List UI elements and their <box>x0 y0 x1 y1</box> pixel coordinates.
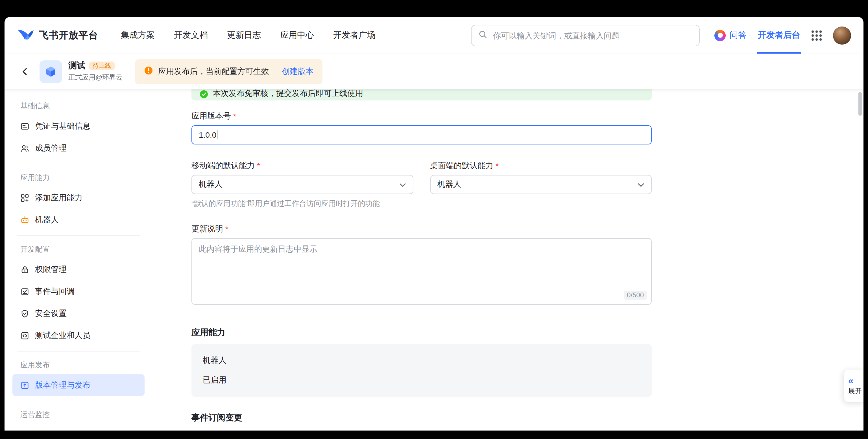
version-label: 应用版本号 * <box>191 111 652 122</box>
nav-item-changelog[interactable]: 更新日志 <box>227 30 261 41</box>
mobile-capability-field: 移动端的默认能力 * 机器人 <box>191 160 413 194</box>
mobile-capability-label-text: 移动端的默认能力 <box>191 161 255 171</box>
nav-item-dev-plaza[interactable]: 开发者广场 <box>333 30 376 41</box>
main-content: 本次发布免审核，提交发布后即可上线使用 应用版本号 * 1.0.0 移动端的默 <box>149 89 864 431</box>
desktop-capability-field: 桌面端的默认能力 * 机器人 <box>430 160 652 194</box>
update-notes-field: 0/500 <box>191 238 652 305</box>
section-label: 应用发布 <box>12 356 145 374</box>
tab-developer-console[interactable]: 开发者后台 <box>758 17 800 54</box>
update-notes-label-text: 更新说明 <box>191 224 223 234</box>
chevron-down-icon <box>399 180 406 189</box>
desktop-capability-label: 桌面端的默认能力 * <box>430 160 652 172</box>
qa-button[interactable]: 问答 <box>714 30 747 41</box>
publish-notice-banner: 应用发布后，当前配置方可生效 创建版本 <box>135 59 322 84</box>
sidebar-item-version-release[interactable]: 版本管理与发布 <box>12 374 145 396</box>
desktop-capability-select[interactable]: 机器人 <box>430 175 652 194</box>
back-button[interactable] <box>17 64 33 79</box>
header-actions: 问答 开发者后台 <box>714 17 851 54</box>
sidebar-item-credentials[interactable]: 凭证与基础信息 <box>12 115 145 137</box>
desktop-capability-value: 机器人 <box>437 179 461 190</box>
sidebar-section-basic: 基础信息 凭证与基础信息 <box>12 97 145 159</box>
sidebar: 基础信息 凭证与基础信息 <box>4 89 149 431</box>
required-mark: * <box>257 161 260 170</box>
required-mark: * <box>496 161 499 170</box>
search-icon <box>478 30 487 41</box>
apps-grid-icon[interactable] <box>811 30 822 40</box>
capability-hint: “默认的应用功能”即用户通过工作台访问应用时打开的功能 <box>191 199 652 209</box>
update-notes-textarea[interactable] <box>192 239 651 304</box>
browser-window: 飞书开放平台 集成方案 开发文档 更新日志 应用中心 开发者广场 <box>4 17 864 431</box>
app-header-bar: 测试 待上线 正式应用@环界云 应用发布后，当前配置方可生效 创建版本 <box>4 54 864 89</box>
code-brackets-icon <box>20 331 29 340</box>
warning-icon <box>144 66 153 77</box>
app-info: 测试 待上线 正式应用@环界云 <box>68 60 123 82</box>
required-mark: * <box>225 225 228 234</box>
sidebar-item-add-capability[interactable]: 添加应用能力 <box>12 187 145 209</box>
search-input[interactable] <box>492 30 692 40</box>
nav-item-app-center[interactable]: 应用中心 <box>280 30 314 41</box>
feishu-logo-icon <box>17 27 34 44</box>
section-label: 开发配置 <box>12 240 145 259</box>
scrollbar-thumb[interactable] <box>859 92 862 116</box>
sidebar-item-label: 机器人 <box>35 215 59 225</box>
avatar[interactable] <box>833 26 851 44</box>
version-input[interactable]: 1.0.0 <box>191 125 652 144</box>
mobile-capability-value: 机器人 <box>199 179 222 190</box>
nav-item-docs[interactable]: 开发文档 <box>174 30 208 41</box>
sidebar-divider <box>17 401 140 401</box>
add-capability-icon <box>20 193 29 202</box>
sidebar-item-label: 安全设置 <box>35 308 67 318</box>
update-notes-label: 更新说明 * <box>191 224 652 235</box>
mobile-capability-label: 移动端的默认能力 * <box>191 160 413 172</box>
permission-lock-icon <box>20 265 29 274</box>
brand-title: 飞书开放平台 <box>39 29 98 42</box>
sidebar-item-events[interactable]: 事件与回调 <box>12 280 145 302</box>
mobile-capability-select[interactable]: 机器人 <box>191 175 413 194</box>
sidebar-item-bot[interactable]: 机器人 <box>12 209 145 231</box>
sidebar-divider <box>17 351 140 351</box>
version-form: 本次发布免审核，提交发布后即可上线使用 应用版本号 * 1.0.0 移动端的默 <box>191 89 652 431</box>
sidebar-item-label: 事件与回调 <box>35 286 74 297</box>
sidebar-item-members[interactable]: 成员管理 <box>12 137 145 159</box>
sidebar-item-label: 测试企业和人员 <box>35 330 90 341</box>
bot-icon <box>20 215 29 224</box>
sidebar-item-security[interactable]: 安全设置 <box>12 302 145 325</box>
capability-name: 机器人 <box>203 356 641 366</box>
expand-label: 展开 <box>848 386 862 396</box>
brand[interactable]: 飞书开放平台 <box>17 27 98 44</box>
sidebar-section-release: 应用发布 版本管理与发布 <box>12 356 145 396</box>
qa-icon <box>714 30 726 41</box>
global-search[interactable] <box>471 25 700 46</box>
nav-item-integrations[interactable]: 集成方案 <box>121 30 155 41</box>
status-badge: 待上线 <box>89 62 115 70</box>
members-icon <box>20 144 29 153</box>
app-subtitle: 正式应用@环界云 <box>68 73 123 82</box>
sidebar-item-label: 凭证与基础信息 <box>35 121 90 131</box>
chevron-down-icon <box>638 180 644 189</box>
sidebar-item-permissions[interactable]: 权限管理 <box>12 259 145 280</box>
sidebar-section-capabilities: 应用能力 添加应用能力 <box>12 169 145 231</box>
notice-text: 应用发布后，当前配置方可生效 <box>158 66 269 76</box>
shield-icon <box>20 309 29 318</box>
sidebar-item-label: 添加应用能力 <box>35 193 83 203</box>
create-version-link[interactable]: 创建版本 <box>282 66 313 76</box>
sidebar-divider <box>17 164 140 164</box>
screen: 飞书开放平台 集成方案 开发文档 更新日志 应用中心 开发者广场 <box>0 0 868 439</box>
body: 基础信息 凭证与基础信息 <box>4 89 864 431</box>
sidebar-section-monitoring: 运营监控 <box>12 406 145 424</box>
section-label: 运营监控 <box>12 406 145 424</box>
event-callback-icon <box>20 287 29 296</box>
version-value: 1.0.0 <box>199 130 216 139</box>
capability-status: 已启用 <box>203 375 641 385</box>
publish-arrow-icon <box>20 381 29 390</box>
section-label: 应用能力 <box>12 169 145 187</box>
qa-label: 问答 <box>730 30 747 41</box>
capability-summary-box: 机器人 已启用 <box>191 344 652 397</box>
section-label: 基础信息 <box>12 97 145 115</box>
sidebar-item-test-org[interactable]: 测试企业和人员 <box>12 325 145 346</box>
expand-panel-button[interactable]: « 展开 <box>844 370 864 402</box>
sidebar-section-dev-config: 开发配置 权限管理 <box>12 240 145 346</box>
success-check-icon <box>199 90 208 100</box>
sidebar-item-label: 成员管理 <box>35 143 67 153</box>
app-name: 测试 <box>68 60 85 71</box>
